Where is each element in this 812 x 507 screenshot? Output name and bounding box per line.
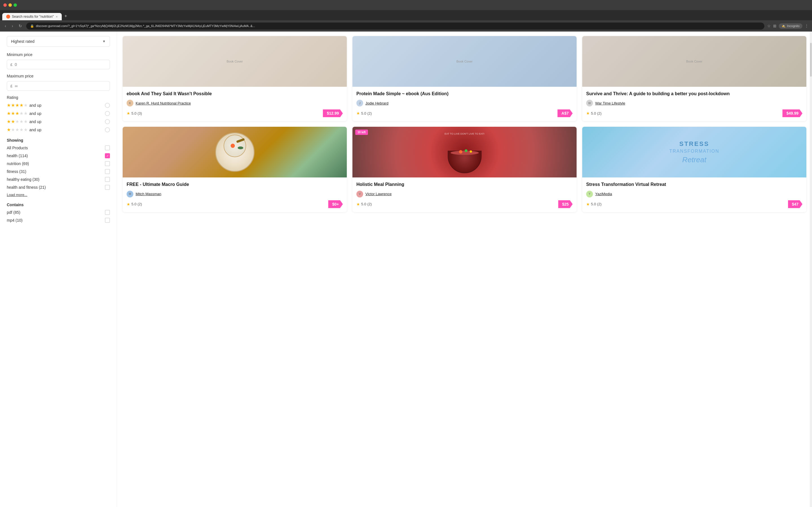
author-name-2[interactable]: Jodie Hebrard	[365, 101, 389, 105]
product-info-2: Protein Made Simple ~ ebook (Aus Edition…	[352, 87, 576, 121]
author-name-3[interactable]: War Time Lifestyle	[595, 101, 625, 105]
load-more-link[interactable]: Load more...	[7, 193, 110, 197]
stars-2: ★ ★ ★ ★ ★	[7, 119, 28, 124]
product-image-3: Book Cover	[582, 36, 806, 87]
showing-row-all: All Products	[7, 145, 110, 151]
rating-radio-4[interactable]	[105, 103, 110, 108]
url-input[interactable]: 🔒 discover.gumroad.com/?_gl=1*c5q47j*_ga…	[26, 22, 764, 30]
star-5: ★	[24, 111, 28, 116]
scrollbar-thumb[interactable]	[810, 43, 812, 76]
star-2: ★	[11, 103, 15, 108]
rating-radio-3[interactable]	[105, 111, 110, 116]
maximize-button[interactable]	[13, 3, 17, 7]
showing-checkbox-health-fitness[interactable]	[105, 185, 110, 190]
star-4: ★	[19, 119, 23, 124]
rating-star-icon-6: ★	[586, 202, 590, 207]
contains-checkbox-pdf[interactable]	[105, 210, 110, 215]
menu-button[interactable]: ⋮	[805, 24, 809, 28]
new-tab-button[interactable]: +	[62, 12, 70, 20]
rating-radio-1[interactable]	[105, 127, 110, 132]
sort-dropdown[interactable]: Highest rated ▼	[7, 36, 110, 47]
chevron-down-icon: ▼	[102, 40, 106, 43]
max-price-input[interactable]	[15, 83, 106, 88]
back-button[interactable]: ‹	[3, 23, 8, 29]
sidebar: Highest rated ▼ Minimum price £ Maximum …	[0, 32, 117, 507]
showing-label-nutrition: nutrition (69)	[7, 161, 29, 166]
star-4: ★	[19, 103, 23, 108]
product-rating-4: ★ 5.0 (2)	[126, 202, 142, 207]
author-name-5[interactable]: Victor Lawrence	[365, 192, 392, 196]
contains-checkbox-mp4[interactable]	[105, 218, 110, 223]
browser-chrome	[0, 0, 812, 10]
product-author-6: Y YaziMedia	[586, 191, 802, 198]
stars-label-4: ★ ★ ★ ★ ★ and up	[7, 103, 42, 108]
tab-close-button[interactable]: ✕	[56, 15, 58, 18]
product-rating-3: ★ 5.0 (2)	[586, 111, 602, 115]
star-5: ★	[24, 103, 28, 108]
showing-row-healthy-eating: healthy eating (30)	[7, 177, 110, 182]
showing-checkbox-fitness[interactable]	[105, 169, 110, 174]
showing-section: Showing All Products health (114) nutrit…	[7, 138, 110, 197]
stars-1: ★ ★ ★ ★ ★	[7, 127, 28, 132]
product-card-2[interactable]: Book Cover Protein Made Simple ~ ebook (…	[352, 36, 576, 121]
price-tag-3: $49.99	[782, 109, 802, 117]
close-button[interactable]	[3, 3, 7, 7]
showing-checkbox-all[interactable]	[105, 145, 110, 151]
showing-checkbox-health[interactable]	[105, 153, 110, 158]
author-avatar-2: J	[356, 100, 363, 107]
sort-label: Highest rated	[11, 39, 35, 44]
star-4: ★	[19, 111, 23, 116]
product-info-6: Stress Transformation Virtual Retreat Y …	[582, 177, 806, 212]
stars-label-3: ★ ★ ★ ★ ★ and up	[7, 111, 42, 116]
product-card-6[interactable]: STRESS TRANSFORMATION Retreat Stress Tra…	[582, 127, 806, 212]
product-card-4[interactable]: FREE - Ultimate Macro Guide M Mitch Mass…	[123, 127, 347, 212]
showing-label-health-fitness: health and fitness (21)	[7, 185, 46, 189]
star-2: ★	[11, 127, 15, 132]
products-grid: Book Cover ebook And They Said It Wasn't…	[117, 32, 812, 507]
forward-button[interactable]: ›	[10, 23, 15, 29]
star-1: ★	[7, 119, 11, 124]
product-title-2: Protein Made Simple ~ ebook (Aus Edition…	[356, 91, 573, 97]
tab-favicon	[6, 15, 10, 18]
showing-checkbox-healthy-eating[interactable]	[105, 177, 110, 182]
author-avatar-6: Y	[586, 191, 593, 198]
product-info-1: ebook And They Said It Wasn't Possible K…	[123, 87, 347, 121]
product-footer-1: ★ 5.0 (3) $12.99	[126, 109, 343, 117]
star-1: ★	[7, 127, 11, 132]
product-rating-5: ★ 5.0 (2)	[356, 202, 372, 207]
showing-checkbox-nutrition[interactable]	[105, 161, 110, 166]
rating-value-4: 5.0 (2)	[132, 202, 142, 206]
product-card-3[interactable]: Book Cover Survive and Thrive: A guide t…	[582, 36, 806, 121]
star-1: ★	[7, 111, 11, 116]
rating-star-icon-3: ★	[586, 111, 590, 115]
max-price-input-wrap: £	[7, 81, 110, 91]
min-price-input[interactable]	[15, 62, 106, 67]
tab-bar: Search results for "nutrition" ✕ +	[0, 10, 812, 20]
product-image-6: STRESS TRANSFORMATION Retreat	[582, 127, 806, 177]
star-2: ★	[11, 119, 15, 124]
price-tag-2: A$7	[557, 109, 573, 117]
min-price-label: Minimum price	[7, 52, 110, 57]
stars-4: ★ ★ ★ ★ ★	[7, 103, 28, 108]
reload-button[interactable]: ↻	[17, 23, 23, 29]
rating-value-3: 5.0 (2)	[591, 111, 602, 115]
showing-row-health: health (114)	[7, 153, 110, 158]
product-image-4	[123, 127, 347, 177]
and-up-3: and up	[29, 111, 42, 116]
active-tab[interactable]: Search results for "nutrition" ✕	[2, 13, 62, 20]
rating-value-2: 5.0 (2)	[361, 111, 372, 115]
bookmark-button[interactable]: ☆	[767, 24, 771, 28]
author-name-1[interactable]: Karen R. Hurd Nutritional Practice	[136, 101, 191, 105]
star-4: ★	[19, 127, 23, 132]
scrollbar[interactable]	[810, 32, 812, 507]
rating-radio-2[interactable]	[105, 119, 110, 124]
product-card-1[interactable]: Book Cover ebook And They Said It Wasn't…	[123, 36, 347, 121]
product-title-4: FREE - Ultimate Macro Guide	[126, 181, 343, 187]
author-name-6[interactable]: YaziMedia	[595, 192, 612, 196]
extensions-button[interactable]: ⊞	[773, 24, 776, 28]
max-price-label: Maximum price	[7, 74, 110, 78]
minimize-button[interactable]	[8, 3, 12, 7]
author-name-4[interactable]: Mitch Massman	[136, 192, 161, 196]
product-card-5[interactable]: 10 left EAT TO LIVE DON'T LIVE TO EAT! H…	[352, 127, 576, 212]
product-footer-6: ★ 5.0 (2) $47	[586, 200, 802, 208]
